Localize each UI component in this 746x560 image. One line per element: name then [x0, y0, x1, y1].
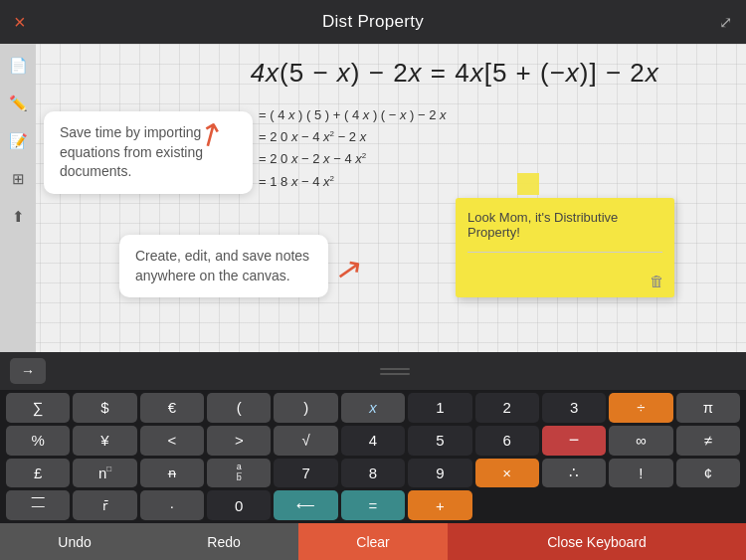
sidebar-item-share[interactable]: ⬆ — [4, 203, 32, 231]
note-2-text: Create, edit, and save notes anywhere on… — [135, 248, 309, 283]
sticky-note-underline — [467, 252, 662, 253]
sidebar-item-doc[interactable]: 📄 — [4, 52, 32, 80]
sidebar: 📄 ✏️ 📝 ⊞ ⬆ — [0, 44, 36, 352]
undo-button[interactable]: Undo — [0, 523, 149, 560]
sidebar-item-pencil[interactable]: ✏️ — [4, 90, 32, 117]
key-exclaim[interactable]: ! — [609, 459, 672, 488]
highlight-square — [517, 173, 539, 195]
key-3[interactable]: 3 — [542, 393, 606, 423]
trash-icon[interactable]: 🗑 — [650, 273, 664, 289]
key-dot[interactable]: · — [140, 490, 204, 520]
key-grid: ∑ $ € ( ) x 1 2 3 ÷ π % ¥ < > √ 4 5 6 − … — [0, 390, 746, 523]
key-5[interactable]: 5 — [408, 426, 471, 456]
key-2[interactable]: 2 — [475, 393, 539, 423]
sticky-note-text: Look Mom, it's Distributive Property! — [467, 210, 618, 240]
key-not-equal[interactable]: ≠ — [676, 426, 740, 456]
sticky-note[interactable]: Look Mom, it's Distributive Property! 🗑 — [456, 198, 674, 297]
sidebar-item-note[interactable]: 📝 — [4, 127, 32, 155]
note-bubble-2: Create, edit, and save notes anywhere on… — [119, 235, 328, 297]
key-equals[interactable]: = — [341, 490, 405, 520]
close-button[interactable]: × — [14, 11, 26, 34]
drag-line-1 — [380, 368, 410, 370]
key-dollar[interactable]: $ — [73, 393, 136, 423]
step-line-2: = 2 0 x − 4 x2 − 2 x — [259, 124, 447, 146]
key-backspace[interactable]: ⟵ — [274, 490, 337, 520]
step-line-1: = ( 4 x ) ( 5 ) + ( 4 x ) ( − x ) − 2 x — [259, 105, 447, 124]
key-sqrt[interactable]: √ — [274, 426, 337, 456]
clear-button[interactable]: Clear — [298, 523, 448, 560]
note-1-text: Save time by importing equations from ex… — [60, 124, 203, 179]
key-9[interactable]: 9 — [408, 459, 471, 488]
key-minus[interactable]: − — [542, 426, 606, 456]
expand-button[interactable]: ⤢ — [719, 13, 732, 32]
key-radical-over[interactable]: r̄ — [73, 490, 136, 520]
key-1[interactable]: 1 — [408, 393, 471, 423]
key-0[interactable]: 0 — [207, 490, 271, 520]
sidebar-item-layers[interactable]: ⊞ — [4, 165, 32, 193]
canvas-area[interactable]: 4x(5 − x) − 2x = 4x[5 + (−x)] − 2x = ( 4… — [0, 44, 746, 352]
key-sigma[interactable]: ∑ — [6, 393, 70, 423]
key-8[interactable]: 8 — [341, 459, 405, 488]
key-6[interactable]: 6 — [475, 426, 539, 456]
key-divide[interactable]: ÷ — [609, 393, 672, 423]
step-line-3: = 2 0 x − 2 x − 4 x2 — [259, 146, 447, 168]
key-yen[interactable]: ¥ — [73, 426, 136, 456]
key-n-sup[interactable]: n□ — [73, 459, 136, 488]
key-fraction[interactable]: ab — [207, 459, 271, 488]
key-n-slash[interactable]: n̶ — [140, 459, 204, 488]
close-keyboard-button[interactable]: Close Keyboard — [448, 523, 746, 560]
step-line-4: = 1 8 x − 4 x2 — [259, 169, 447, 191]
drag-handle[interactable] — [54, 368, 736, 375]
page-title: Dist Property — [322, 12, 424, 32]
key-pi[interactable]: π — [676, 393, 740, 423]
key-infinity[interactable]: ∞ — [609, 426, 672, 456]
main-equation: 4x(5 − x) − 2x = 4x[5 + (−x)] − 2x — [251, 58, 659, 89]
key-7[interactable]: 7 — [274, 459, 337, 488]
key-open-paren[interactable]: ( — [207, 393, 271, 423]
key-cent[interactable]: ¢ — [676, 459, 740, 488]
key-4[interactable]: 4 — [341, 426, 405, 456]
keyboard-top-bar: → — [0, 352, 746, 390]
keyboard-area: → ∑ $ € ( ) x 1 2 3 ÷ π % ¥ < > √ 4 5 6 … — [0, 352, 746, 560]
arrow-2-icon: ↗ — [333, 249, 366, 290]
arrow-button[interactable]: → — [10, 358, 46, 384]
note-bubble-1: Save time by importing equations from ex… — [44, 111, 253, 194]
key-close-paren[interactable]: ) — [274, 393, 337, 423]
steps-container: = ( 4 x ) ( 5 ) + ( 4 x ) ( − x ) − 2 x … — [259, 105, 447, 191]
key-percent[interactable]: % — [6, 426, 70, 456]
key-multiply[interactable]: × — [475, 459, 539, 488]
key-overline[interactable]: — — [6, 490, 70, 520]
key-euro[interactable]: € — [140, 393, 204, 423]
redo-button[interactable]: Redo — [149, 523, 298, 560]
key-pound[interactable]: £ — [6, 459, 70, 488]
key-plus[interactable]: + — [408, 490, 471, 520]
key-less-than[interactable]: < — [140, 426, 204, 456]
key-x-var[interactable]: x — [341, 393, 405, 423]
app-header: × Dist Property ⤢ — [0, 0, 746, 44]
key-greater-than[interactable]: > — [207, 426, 271, 456]
drag-line-2 — [380, 373, 410, 375]
key-therefore[interactable]: ∴ — [542, 459, 606, 488]
action-bar: Undo Redo Clear Close Keyboard — [0, 523, 746, 560]
drag-lines-icon — [380, 368, 410, 375]
